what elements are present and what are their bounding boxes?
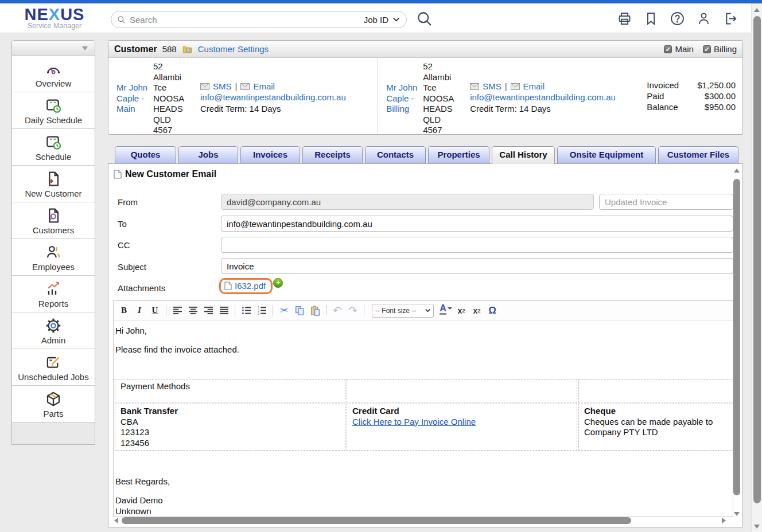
- undo-icon[interactable]: ↶: [330, 303, 345, 318]
- sidebar-item-parts[interactable]: Parts: [12, 386, 95, 423]
- horizontal-scroll-thumb[interactable]: [122, 517, 631, 524]
- email-link[interactable]: Email: [523, 81, 545, 91]
- search-submit-button[interactable]: [416, 10, 433, 27]
- financial-label: Paid: [647, 91, 688, 101]
- sidebar-item-schedule[interactable]: Schedule: [12, 129, 95, 166]
- tab-quotes[interactable]: Quotes: [115, 146, 176, 163]
- user-icon[interactable]: [696, 11, 712, 26]
- logout-icon[interactable]: [722, 11, 738, 26]
- sidebar-item-unscheduled-jobs[interactable]: Unscheduled Jobs: [12, 349, 95, 386]
- redo-icon[interactable]: ↷: [345, 303, 360, 318]
- contact-name-line: Mr John: [116, 83, 153, 93]
- bookmark-icon[interactable]: [643, 11, 659, 26]
- sidebar-item-label: Parts: [43, 409, 63, 418]
- customer-settings-icon[interactable]: [182, 44, 193, 54]
- panel-horizontal-scrollbar[interactable]: [114, 517, 726, 525]
- attachment-file-link[interactable]: I632.pdf: [235, 281, 266, 291]
- sidebar-item-label: Daily Schedule: [25, 115, 82, 125]
- contact-name-link[interactable]: Mr John Caple - Billing: [386, 61, 423, 134]
- sms-link[interactable]: SMS: [483, 81, 501, 91]
- address-toggles: ✓ Main ✓ Billing: [664, 44, 737, 54]
- sms-link[interactable]: SMS: [213, 81, 232, 91]
- scroll-up-arrow[interactable]: [734, 169, 740, 173]
- contact-email-address[interactable]: info@tewantinpestandbuilding.com.au: [200, 92, 378, 103]
- sidebar-item-employees[interactable]: Employees: [12, 239, 95, 276]
- email-link[interactable]: Email: [253, 81, 275, 91]
- font-size-select[interactable]: -- Font size --: [372, 304, 434, 318]
- scroll-down-arrow[interactable]: [734, 512, 740, 516]
- font-color-a: A: [440, 303, 446, 315]
- scroll-right-arrow[interactable]: [722, 518, 726, 523]
- nexus-logo[interactable]: NEXUS Service Manager: [16, 6, 93, 30]
- global-search-box[interactable]: Job ID: [111, 11, 407, 28]
- print-icon[interactable]: [617, 11, 632, 26]
- align-right-icon[interactable]: [201, 303, 216, 318]
- customer-settings-link[interactable]: Customer Settings: [198, 44, 269, 54]
- copy-icon[interactable]: [292, 303, 307, 318]
- subscript-button[interactable]: x2: [454, 303, 469, 318]
- main-checkbox[interactable]: ✓ Main: [664, 44, 694, 54]
- subject-input[interactable]: [221, 258, 733, 274]
- contact-name-link[interactable]: Mr John Caple - Main: [116, 61, 153, 134]
- font-color-button[interactable]: A: [438, 303, 453, 318]
- help-icon[interactable]: [670, 11, 685, 26]
- paste-icon[interactable]: [308, 303, 322, 318]
- bold-button[interactable]: B: [116, 303, 131, 318]
- financial-summary: Invoiced $1,250.00 Paid $300.00 Balance …: [647, 58, 742, 134]
- tab-receipts[interactable]: Receipts: [302, 146, 363, 163]
- sidebar-collapse-button[interactable]: [12, 41, 95, 56]
- address-line: NOOSA: [153, 93, 197, 104]
- italic-button[interactable]: I: [132, 303, 147, 318]
- address-line: 52: [153, 61, 197, 72]
- add-attachment-button[interactable]: +: [273, 278, 283, 288]
- special-character-button[interactable]: Ω: [485, 303, 500, 318]
- contact-email-address[interactable]: info@tewantinpestandbuilding.com.au: [470, 92, 647, 103]
- search-input[interactable]: [130, 15, 364, 25]
- numbered-list-icon[interactable]: 123: [254, 303, 269, 318]
- tab-onsite-equipment[interactable]: Onsite Equipment: [557, 146, 656, 163]
- panel-vertical-scrollbar[interactable]: [733, 167, 741, 516]
- scroll-left-arrow[interactable]: [114, 518, 118, 523]
- sidebar-item-reports[interactable]: Reports: [12, 276, 95, 312]
- contact-address: 52 Allambi Tce NOOSA HEADS QLD 4567: [423, 61, 466, 134]
- tab-customer-files[interactable]: Customer Files: [658, 146, 738, 163]
- envelope-icon: [200, 83, 209, 90]
- page-scroll-thumb[interactable]: [753, 16, 761, 503]
- address-line: 4567: [423, 125, 466, 136]
- cut-icon[interactable]: ✂: [277, 303, 291, 318]
- tab-call-history[interactable]: Call History: [492, 146, 555, 164]
- sidebar-item-overview[interactable]: Overview: [12, 56, 95, 92]
- scroll-down-arrow[interactable]: [754, 525, 760, 529]
- email-template-input[interactable]: [599, 194, 733, 210]
- vertical-scroll-thumb[interactable]: [733, 179, 740, 495]
- document-icon: [224, 281, 232, 290]
- sidebar-item-daily-schedule[interactable]: Daily Schedule: [12, 92, 95, 129]
- tab-jobs[interactable]: Jobs: [178, 146, 238, 163]
- sidebar-item-customers[interactable]: Customers: [12, 202, 95, 239]
- payment-methods-table: Payment Methods Bank Transfer CBA 123123…: [114, 378, 733, 452]
- underline-button[interactable]: U: [147, 303, 162, 318]
- tab-invoices[interactable]: Invoices: [240, 146, 300, 163]
- email-body-content[interactable]: Hi John, Please find the invoice attache…: [114, 320, 733, 517]
- cc-input[interactable]: [221, 237, 733, 253]
- align-center-icon[interactable]: [185, 303, 200, 318]
- to-input[interactable]: [221, 216, 733, 232]
- tab-properties[interactable]: Properties: [428, 146, 489, 163]
- from-input[interactable]: [221, 194, 594, 210]
- to-label: To: [118, 219, 127, 229]
- superscript-button[interactable]: x2: [469, 303, 484, 318]
- pay-invoice-online-link[interactable]: Click Here to Pay Invoice Online: [352, 417, 572, 428]
- bullet-list-icon[interactable]: [239, 303, 254, 318]
- search-scope-select[interactable]: Job ID: [364, 15, 401, 25]
- align-left-icon[interactable]: [170, 303, 185, 318]
- sidebar-item-admin[interactable]: Admin: [12, 312, 95, 349]
- billing-checkbox[interactable]: ✓ Billing: [703, 44, 737, 54]
- sidebar-item-new-customer[interactable]: New Customer: [12, 166, 95, 202]
- envelope-icon: [240, 83, 250, 90]
- logo-subtitle: Service Manager: [16, 22, 93, 30]
- align-justify-icon[interactable]: [216, 303, 231, 318]
- contact-name-line: Caple -: [386, 93, 423, 104]
- tab-contacts[interactable]: Contacts: [365, 146, 426, 163]
- page-scrollbar[interactable]: [751, 3, 762, 532]
- scroll-up-arrow[interactable]: [754, 8, 760, 12]
